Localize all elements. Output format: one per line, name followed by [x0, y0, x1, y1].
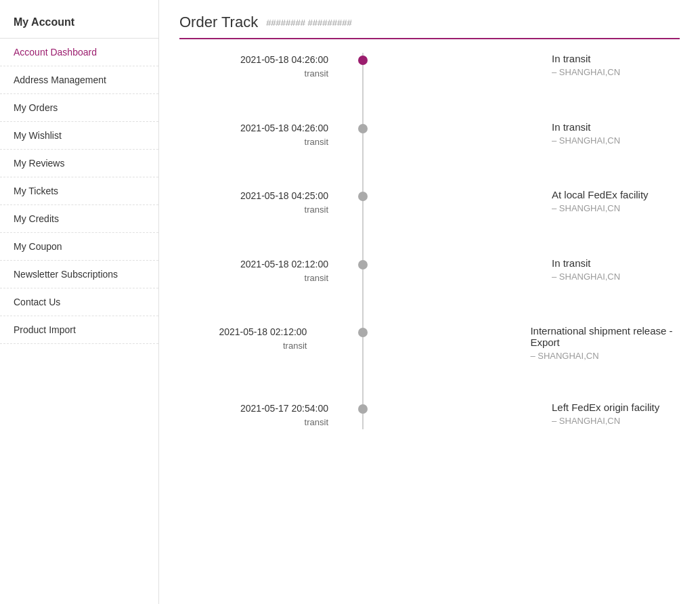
timeline-dot [358, 192, 368, 201]
sidebar-item-my-reviews[interactable]: My Reviews [0, 150, 158, 177]
event-type: transit [179, 339, 307, 353]
sidebar-item-my-tickets[interactable]: My Tickets [0, 177, 158, 205]
sidebar-item-my-credits[interactable]: My Credits [0, 205, 158, 233]
event-location: – SHANGHAI,CN [552, 67, 620, 77]
sidebar-item-my-coupon[interactable]: My Coupon [0, 233, 158, 261]
timeline-item: 2021-05-18 04:25:00transitAt local FedEx… [179, 189, 680, 217]
event-type: transit [179, 203, 328, 217]
page-title: Order Track [179, 14, 258, 31]
timeline-dot [358, 124, 368, 133]
sidebar-item-product-import[interactable]: Product Import [0, 316, 158, 344]
event-location: – SHANGHAI,CN [552, 272, 620, 282]
timeline: 2021-05-18 04:26:00transitIn transit– SH… [179, 53, 680, 429]
event-date: 2021-05-18 04:25:00 [179, 189, 328, 203]
event-date: 2021-05-18 04:26:00 [179, 121, 328, 135]
timeline-content: In transit– SHANGHAI,CN [349, 121, 620, 146]
timeline-content: International shipment release - Export–… [327, 325, 680, 361]
sidebar-item-address-management[interactable]: Address Management [0, 66, 158, 94]
timeline-content: Left FedEx origin facility– SHANGHAI,CN [349, 402, 659, 426]
timeline-item: 2021-05-17 20:54:00transitLeft FedEx ori… [179, 402, 680, 429]
event-title: At local FedEx facility [552, 189, 649, 200]
timeline-content: In transit– SHANGHAI,CN [349, 257, 620, 282]
timeline-dot [358, 260, 368, 269]
timeline-item: 2021-05-18 02:12:00transitInternational … [179, 325, 680, 361]
timeline-content: At local FedEx facility– SHANGHAI,CN [349, 189, 649, 213]
timeline-content: In transit– SHANGHAI,CN [349, 53, 620, 77]
timeline-datetime: 2021-05-18 02:12:00transit [179, 325, 327, 353]
event-type: transit [179, 67, 328, 81]
timeline-datetime: 2021-05-18 04:26:00transit [179, 53, 349, 81]
event-type: transit [179, 135, 328, 149]
timeline-dot [358, 56, 368, 65]
timeline-item: 2021-05-18 04:26:00transitIn transit– SH… [179, 53, 680, 81]
timeline-datetime: 2021-05-18 04:25:00transit [179, 189, 349, 217]
event-type: transit [179, 416, 328, 429]
timeline-datetime: 2021-05-18 04:26:00transit [179, 121, 349, 149]
event-type: transit [179, 272, 328, 285]
event-location: – SHANGHAI,CN [530, 351, 680, 361]
sidebar-item-my-wishlist[interactable]: My Wishlist [0, 122, 158, 150]
event-location: – SHANGHAI,CN [552, 135, 620, 146]
event-title: International shipment release - Export [530, 325, 680, 348]
sidebar-item-account-dashboard[interactable]: Account Dashboard [0, 39, 158, 66]
sidebar-item-contact-us[interactable]: Contact Us [0, 288, 158, 316]
event-location: – SHANGHAI,CN [552, 416, 659, 426]
main-content: Order Track ######## ######### 2021-05-1… [159, 0, 700, 604]
timeline-datetime: 2021-05-18 02:12:00transit [179, 257, 349, 285]
event-title: In transit [552, 121, 620, 133]
sidebar-item-my-orders[interactable]: My Orders [0, 94, 158, 122]
order-number: ######## ######### [266, 18, 352, 28]
timeline-item: 2021-05-18 02:12:00transitIn transit– SH… [179, 257, 680, 285]
event-title: Left FedEx origin facility [552, 402, 659, 413]
page-wrapper: My Account Account DashboardAddress Mana… [0, 0, 700, 604]
page-header: Order Track ######## ######### [179, 14, 680, 39]
event-date: 2021-05-17 20:54:00 [179, 402, 328, 416]
timeline-datetime: 2021-05-17 20:54:00transit [179, 402, 349, 429]
event-date: 2021-05-18 02:12:00 [179, 325, 307, 339]
sidebar: My Account Account DashboardAddress Mana… [0, 0, 159, 604]
sidebar-title: My Account [0, 7, 158, 39]
event-location: – SHANGHAI,CN [552, 203, 649, 213]
sidebar-item-newsletter-subscriptions[interactable]: Newsletter Subscriptions [0, 261, 158, 288]
event-date: 2021-05-18 04:26:00 [179, 53, 328, 67]
event-title: In transit [552, 53, 620, 64]
timeline-dot [358, 328, 368, 337]
event-title: In transit [552, 257, 620, 269]
timeline-dot [358, 404, 368, 414]
event-date: 2021-05-18 02:12:00 [179, 257, 328, 272]
timeline-line [362, 53, 364, 429]
timeline-item: 2021-05-18 04:26:00transitIn transit– SH… [179, 121, 680, 149]
